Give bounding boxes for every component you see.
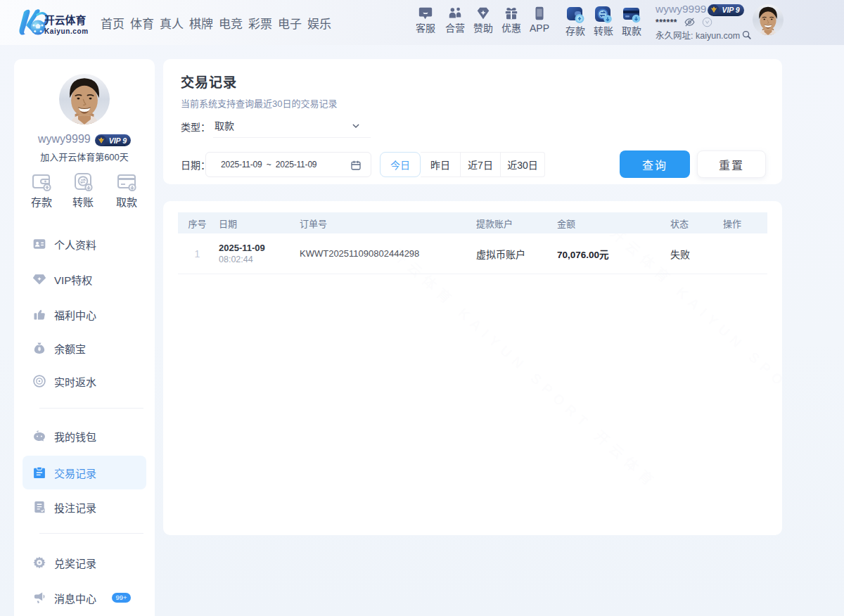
svg-text:Kaiyun.com: Kaiyun.com bbox=[44, 27, 89, 35]
svg-text:开云体育: 开云体育 bbox=[44, 14, 86, 26]
